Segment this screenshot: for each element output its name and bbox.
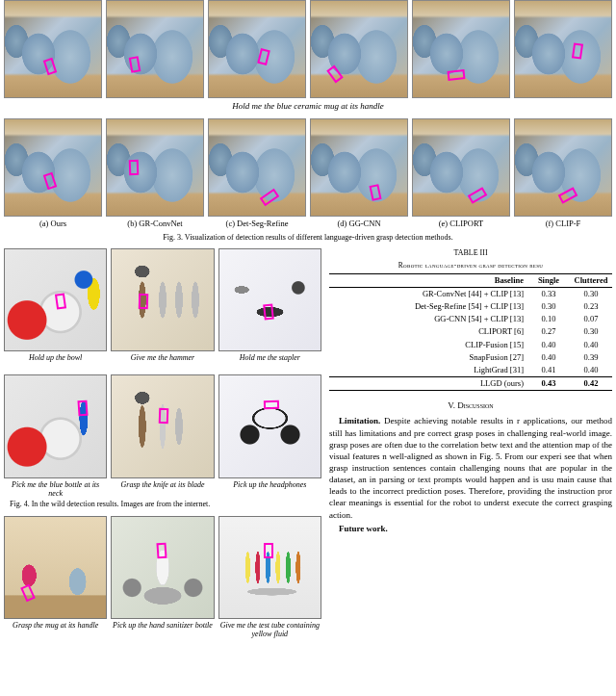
fig3-img-ours-2 — [4, 118, 102, 217]
table-row: GR-ConvNet [44] + CLIP [13]0.330.30 — [329, 288, 612, 301]
table3-title: Robotic language-driven grasp detection … — [329, 261, 612, 271]
th-baseline: Baseline — [329, 274, 527, 288]
fig4-cap-3: Pick me the blue bottle at its neck — [4, 480, 107, 498]
table-row: CLIP-Fusion [15]0.400.40 — [329, 339, 612, 351]
fig3-img-grconv-2 — [106, 118, 204, 217]
fig5-img-0 — [4, 516, 107, 619]
fig4-cap-1: Give me the hammer — [111, 353, 214, 371]
table-row: LightGrad [31]0.410.40 — [329, 364, 612, 377]
fig5-cap-1: Pick up the hand sanitizer bottle — [111, 621, 214, 638]
section-heading-discussion: V. Discussion — [329, 400, 612, 412]
limitation-lead: Limitation. — [339, 416, 380, 425]
fig4-img-1 — [111, 248, 214, 351]
table-row: CLIPORT [6]0.270.30 — [329, 325, 612, 338]
fig4-img-4 — [111, 374, 214, 477]
fig5-cap-0: Grasp the mug at its handle — [4, 621, 107, 638]
fig3-row1 — [0, 0, 616, 98]
fig3-col-labels: (a) Ours (b) GR-ConvNet (c) Det-Seg-Refi… — [0, 219, 616, 229]
fig4-cap-4: Grasp the knife at its blade — [111, 480, 214, 498]
fig5-img-1 — [111, 516, 214, 619]
para-limitation: Limitation. Despite achieving notable re… — [329, 415, 612, 520]
fig3-label-a: (a) Ours — [4, 219, 102, 229]
fig5-cap-2: Give me the test tube containing yellow … — [218, 621, 321, 638]
th-single: Single — [527, 274, 570, 288]
fig3-label-b: (b) GR-ConvNet — [106, 219, 204, 229]
fig4-cap-0: Hold up the bowl — [4, 353, 107, 371]
fig3-img-grconv-1 — [106, 0, 204, 98]
fig5-grid: Grasp the mug at its handle Pick up the … — [4, 516, 321, 639]
fig3-img-clipf-2 — [514, 118, 612, 217]
fig3-caption: Fig. 3. Visualization of detection resul… — [0, 233, 616, 243]
table-row: Det-Seg-Refine [54] + CLIP [13]0.300.23 — [329, 300, 612, 313]
fig4-caption: Fig. 4. In the wild detection results. I… — [10, 500, 321, 509]
table-row-final: LLGD (ours)0.430.42 — [329, 376, 612, 390]
fig4-img-5 — [218, 374, 321, 477]
fig4-cap-5: Pick up the headphones — [218, 480, 321, 498]
th-cluttered: Cluttered — [570, 274, 612, 288]
fig3-row2 — [0, 118, 616, 217]
fig4-img-0 — [4, 248, 107, 351]
fig3-img-ggcnn-2 — [310, 118, 408, 217]
fig3-label-d: (d) GG-CNN — [310, 219, 408, 229]
table3-label: TABLE III — [329, 248, 612, 258]
fig3-img-cliport-1 — [412, 0, 510, 98]
fig3-prompt: Hold me the blue ceramic mug at its hand… — [0, 101, 616, 113]
fig3-img-detseg-1 — [208, 0, 306, 98]
future-lead: Future work. — [339, 524, 388, 533]
table-row: GG-CNN [54] + CLIP [13]0.100.07 — [329, 313, 612, 325]
para-future: Future work. — [329, 523, 612, 534]
table-row: SnapFusion [27]0.400.39 — [329, 351, 612, 364]
fig3-img-detseg-2 — [208, 118, 306, 217]
fig3-img-ggcnn-1 — [310, 0, 408, 98]
fig3-label-e: (e) CLIPORT — [412, 219, 510, 229]
fig4-grid: Hold up the bowl Give me the hammer Hold… — [4, 248, 321, 498]
fig3-label-c: (c) Det-Seg-Refine — [208, 219, 306, 229]
fig4-img-2 — [218, 248, 321, 351]
table3: Baseline Single Cluttered GR-ConvNet [44… — [329, 273, 612, 390]
fig3-img-clipf-1 — [514, 0, 612, 98]
fig4-img-3 — [4, 374, 107, 477]
fig5-img-2 — [218, 516, 321, 619]
fig4-cap-2: Hold me the stapler — [218, 353, 321, 371]
fig3-img-ours-1 — [4, 0, 102, 98]
fig3-img-cliport-2 — [412, 118, 510, 217]
limitation-body: Despite achieving notable results in r a… — [329, 416, 612, 519]
fig3-label-f: (f) CLIP-F — [514, 219, 612, 229]
